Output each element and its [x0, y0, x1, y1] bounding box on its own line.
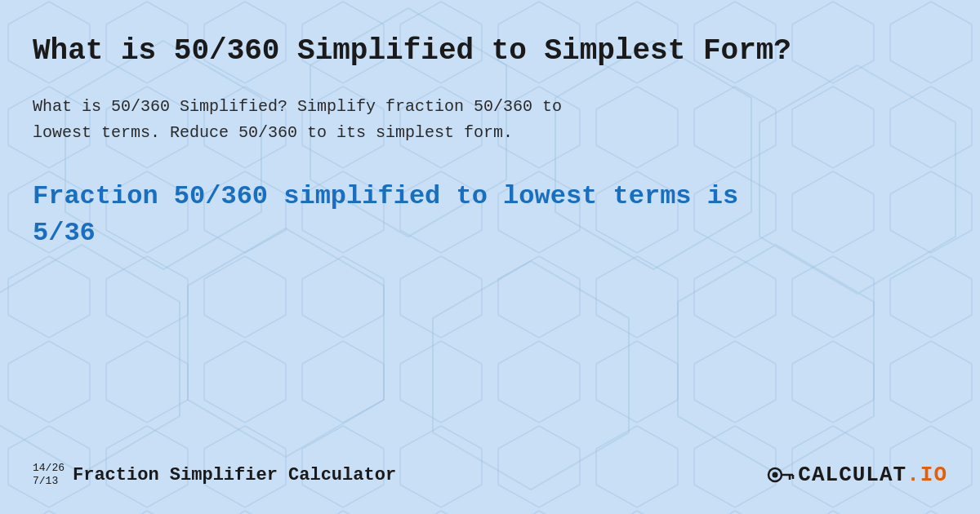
brand-text-main: CALCULAT.IO	[798, 463, 947, 487]
footer-fractions: 14/26 7/13	[33, 462, 65, 487]
fraction-top: 14/26	[33, 462, 65, 475]
result-heading-line2: 5/36	[33, 218, 96, 248]
fraction-bottom: 7/13	[33, 475, 58, 488]
result-heading-line1: Fraction 50/360 simplified to lowest ter…	[33, 181, 738, 211]
svg-point-12	[773, 472, 778, 478]
description-block: What is 50/360 Simplified? Simplify frac…	[33, 94, 947, 146]
footer-logo[interactable]: CALCULAT.IO	[765, 460, 947, 490]
description-line2: lowest terms. Reduce 50/360 to its simpl…	[33, 123, 513, 142]
footer-left: 14/26 7/13 Fraction Simplifier Calculato…	[33, 462, 396, 487]
footer: 14/26 7/13 Fraction Simplifier Calculato…	[33, 452, 947, 490]
page-title: What is 50/360 Simplified to Simplest Fo…	[33, 33, 947, 71]
result-heading: Fraction 50/360 simplified to lowest ter…	[33, 179, 947, 252]
calculator-icon	[765, 460, 795, 490]
brand-calculat: CALCULAT	[798, 463, 906, 487]
brand-io: .IO	[906, 463, 947, 487]
description-line1: What is 50/360 Simplified? Simplify frac…	[33, 97, 562, 116]
footer-brand-label: Fraction Simplifier Calculator	[73, 465, 396, 485]
